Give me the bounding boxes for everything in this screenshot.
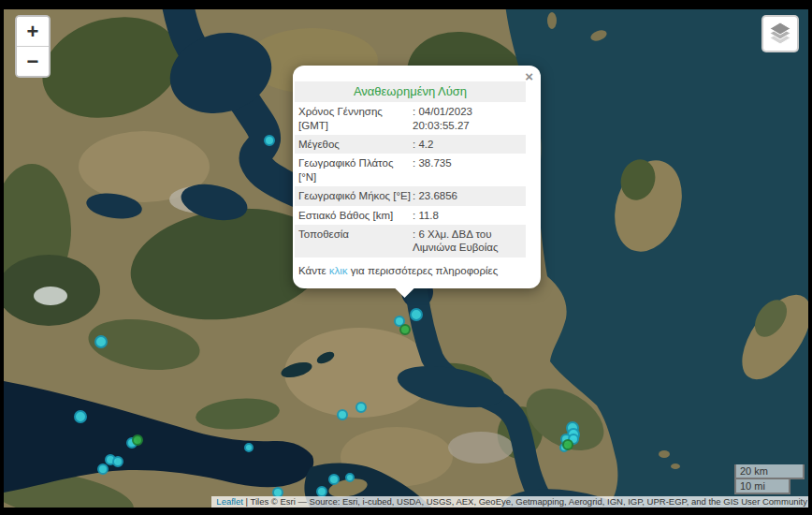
scale-mi: 10 mi <box>734 479 790 494</box>
attribution-bar: Leaflet | Tiles © Esri — Source: Esri, i… <box>211 496 808 508</box>
earthquake-marker[interactable] <box>399 324 411 335</box>
popup-row-value: : 11.8 <box>413 209 522 222</box>
popup-row-label: Γεωγραφικό Πλάτος [°N] <box>298 156 413 184</box>
earthquake-marker[interactable] <box>264 135 275 146</box>
zoom-in-button[interactable]: + <box>17 17 49 46</box>
popup-row-label: Χρόνος Γέννησης [GMT] <box>298 105 413 132</box>
layers-icon <box>768 22 792 46</box>
popup-footer-prefix: Κάντε <box>298 265 329 276</box>
popup-more-link[interactable]: κλικ <box>329 265 348 276</box>
earthquake-marker[interactable] <box>112 456 123 467</box>
popup-row: Γεωγραφικό Μήκος [°E]: 23.6856 <box>295 186 526 205</box>
zoom-control: + − <box>15 15 51 78</box>
earthquake-marker[interactable] <box>244 443 254 452</box>
popup-row: Μέγεθος: 4.2 <box>295 135 526 154</box>
zoom-out-button[interactable]: − <box>17 46 49 76</box>
popup-close-button[interactable]: × <box>525 68 533 86</box>
scale-control: 20 km 10 mi <box>734 464 805 494</box>
popup-footer: Κάντε κλικ για περισσότερες πληροφορίες <box>295 261 526 280</box>
earthquake-marker[interactable] <box>345 473 355 482</box>
earthquake-marker[interactable] <box>132 434 143 446</box>
popup-footer-suffix: για περισσότερες πληροφορίες <box>348 265 499 276</box>
earthquake-marker[interactable] <box>97 464 109 475</box>
popup-row-label: Μέγεθος <box>298 138 413 151</box>
page: + − × Αναθεωρημένη Λύση Χρόνος Γέννησης … <box>0 0 812 515</box>
popup-row: Τοποθεσία: 6 Χλμ. ΔΒΔ του Λιμνιώνα Ευβοί… <box>295 225 526 258</box>
earthquake-popup: × Αναθεωρημένη Λύση Χρόνος Γέννησης [GMT… <box>293 66 541 288</box>
attribution-text: Tiles © Esri — Source: Esri, i-cubed, US… <box>250 496 807 507</box>
earthquake-marker[interactable] <box>355 402 367 413</box>
earthquake-marker[interactable] <box>410 308 423 321</box>
popup-row-value: : 23.6856 <box>413 189 522 202</box>
earthquake-marker[interactable] <box>94 335 108 348</box>
popup-row: Γεωγραφικό Πλάτος [°N]: 38.735 <box>295 154 526 186</box>
popup-row-value: : 4.2 <box>413 138 522 151</box>
earthquake-marker[interactable] <box>337 409 348 420</box>
leaflet-link[interactable]: Leaflet <box>216 496 243 507</box>
earthquake-marker[interactable] <box>74 410 87 423</box>
popup-table: Χρόνος Γέννησης [GMT]: 04/01/2023 20:03:… <box>293 102 541 257</box>
earthquake-marker[interactable] <box>562 439 573 450</box>
popup-title: Αναθεωρημένη Λύση <box>295 81 526 102</box>
popup-row-label: Τοποθεσία <box>298 228 413 255</box>
layers-control-button[interactable] <box>761 15 799 52</box>
popup-row-value: : 38.735 <box>413 156 522 184</box>
popup-row: Εστιακό Βάθος [km]: 11.8 <box>295 206 526 225</box>
popup-row-label: Εστιακό Βάθος [km] <box>298 209 413 222</box>
earthquake-marker[interactable] <box>328 474 340 485</box>
map[interactable]: + − × Αναθεωρημένη Λύση Χρόνος Γέννησης … <box>4 9 808 508</box>
popup-row-value: : 04/01/2023 20:03:55.27 <box>413 105 522 132</box>
popup-row: Χρόνος Γέννησης [GMT]: 04/01/2023 20:03:… <box>295 102 526 135</box>
scale-km: 20 km <box>734 464 805 479</box>
popup-row-label: Γεωγραφικό Μήκος [°E] <box>298 189 413 202</box>
popup-row-value: : 6 Χλμ. ΔΒΔ του Λιμνιώνα Ευβοίας <box>413 228 522 255</box>
